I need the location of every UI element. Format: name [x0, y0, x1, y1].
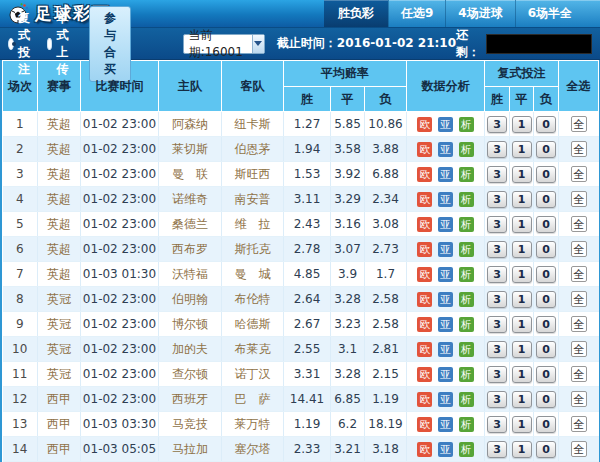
bet-draw-button[interactable]: 1 [512, 166, 532, 183]
tab-shengfucai[interactable]: 胜负彩 [324, 0, 388, 27]
bet-lose-button[interactable]: 0 [536, 391, 556, 408]
select-all-button[interactable]: 全 [571, 291, 587, 307]
bet-draw-button[interactable]: 1 [512, 341, 532, 358]
bet-draw-button[interactable]: 1 [512, 291, 532, 308]
asia-odds-icon[interactable]: 亚 [438, 417, 453, 432]
select-all-button[interactable]: 全 [571, 116, 587, 132]
bet-win-button[interactable]: 3 [487, 216, 507, 233]
bet-lose-button[interactable]: 0 [536, 366, 556, 383]
europe-odds-icon[interactable]: 欧 [417, 417, 432, 432]
select-all-button[interactable]: 全 [571, 191, 587, 207]
bet-draw-button[interactable]: 1 [512, 116, 532, 133]
multi-bet-radio[interactable]: 复式投注 [8, 10, 37, 78]
bet-lose-button[interactable]: 0 [536, 441, 556, 458]
chevron-down-icon[interactable] [252, 35, 264, 53]
bet-lose-button[interactable]: 0 [536, 416, 556, 433]
select-all-button[interactable]: 全 [571, 441, 587, 457]
bet-win-button[interactable]: 3 [487, 266, 507, 283]
bet-win-button[interactable]: 3 [487, 141, 507, 158]
bet-lose-button[interactable]: 0 [536, 241, 556, 258]
analysis-icon[interactable]: 析 [459, 367, 474, 382]
asia-odds-icon[interactable]: 亚 [438, 117, 453, 132]
select-all-button[interactable]: 全 [571, 141, 587, 157]
analysis-icon[interactable]: 析 [459, 142, 474, 157]
analysis-icon[interactable]: 析 [459, 267, 474, 282]
europe-odds-icon[interactable]: 欧 [417, 117, 432, 132]
select-all-button[interactable]: 全 [571, 216, 587, 232]
asia-odds-icon[interactable]: 亚 [438, 242, 453, 257]
bet-lose-button[interactable]: 0 [536, 216, 556, 233]
bet-draw-button[interactable]: 1 [512, 366, 532, 383]
select-all-button[interactable]: 全 [571, 341, 587, 357]
bet-draw-button[interactable]: 1 [512, 391, 532, 408]
europe-odds-icon[interactable]: 欧 [417, 392, 432, 407]
asia-odds-icon[interactable]: 亚 [438, 292, 453, 307]
bet-lose-button[interactable]: 0 [536, 116, 556, 133]
asia-odds-icon[interactable]: 亚 [438, 267, 453, 282]
tab-renxuan9[interactable]: 任选9 [388, 0, 445, 27]
bet-lose-button[interactable]: 0 [536, 291, 556, 308]
bet-lose-button[interactable]: 0 [536, 191, 556, 208]
analysis-icon[interactable]: 析 [459, 117, 474, 132]
bet-win-button[interactable]: 3 [487, 441, 507, 458]
bet-win-button[interactable]: 3 [487, 291, 507, 308]
select-all-button[interactable]: 全 [571, 316, 587, 332]
bet-win-button[interactable]: 3 [487, 316, 507, 333]
bet-win-button[interactable]: 3 [487, 241, 507, 258]
bet-win-button[interactable]: 3 [487, 166, 507, 183]
period-select[interactable]: 当前期:16001 [183, 34, 265, 54]
bet-lose-button[interactable]: 0 [536, 166, 556, 183]
join-group-buy-button[interactable]: 参与合买 [89, 6, 130, 82]
single-upload-radio[interactable]: 单式上传 [47, 10, 76, 78]
bet-win-button[interactable]: 3 [487, 391, 507, 408]
bet-lose-button[interactable]: 0 [536, 316, 556, 333]
asia-odds-icon[interactable]: 亚 [438, 392, 453, 407]
bet-draw-button[interactable]: 1 [512, 216, 532, 233]
europe-odds-icon[interactable]: 欧 [417, 442, 432, 457]
bet-win-button[interactable]: 3 [487, 341, 507, 358]
europe-odds-icon[interactable]: 欧 [417, 292, 432, 307]
asia-odds-icon[interactable]: 亚 [438, 317, 453, 332]
bet-draw-button[interactable]: 1 [512, 266, 532, 283]
europe-odds-icon[interactable]: 欧 [417, 242, 432, 257]
bet-win-button[interactable]: 3 [487, 366, 507, 383]
europe-odds-icon[interactable]: 欧 [417, 317, 432, 332]
bet-draw-button[interactable]: 1 [512, 441, 532, 458]
bet-win-button[interactable]: 3 [487, 116, 507, 133]
asia-odds-icon[interactable]: 亚 [438, 217, 453, 232]
analysis-icon[interactable]: 析 [459, 217, 474, 232]
asia-odds-icon[interactable]: 亚 [438, 142, 453, 157]
analysis-icon[interactable]: 析 [459, 242, 474, 257]
europe-odds-icon[interactable]: 欧 [417, 367, 432, 382]
bet-draw-button[interactable]: 1 [512, 141, 532, 158]
bet-lose-button[interactable]: 0 [536, 341, 556, 358]
select-all-button[interactable]: 全 [571, 241, 587, 257]
bet-lose-button[interactable]: 0 [536, 141, 556, 158]
select-all-button[interactable]: 全 [571, 366, 587, 382]
analysis-icon[interactable]: 析 [459, 342, 474, 357]
analysis-icon[interactable]: 析 [459, 192, 474, 207]
analysis-icon[interactable]: 析 [459, 417, 474, 432]
select-all-button[interactable]: 全 [571, 266, 587, 282]
tab-6changbanquan[interactable]: 6场半全 [515, 0, 584, 27]
select-all-button[interactable]: 全 [571, 391, 587, 407]
asia-odds-icon[interactable]: 亚 [438, 167, 453, 182]
bet-win-button[interactable]: 3 [487, 191, 507, 208]
analysis-icon[interactable]: 析 [459, 317, 474, 332]
analysis-icon[interactable]: 析 [459, 392, 474, 407]
bet-draw-button[interactable]: 1 [512, 191, 532, 208]
asia-odds-icon[interactable]: 亚 [438, 367, 453, 382]
asia-odds-icon[interactable]: 亚 [438, 192, 453, 207]
analysis-icon[interactable]: 析 [459, 442, 474, 457]
bet-draw-button[interactable]: 1 [512, 241, 532, 258]
bet-draw-button[interactable]: 1 [512, 416, 532, 433]
select-all-button[interactable]: 全 [571, 416, 587, 432]
bet-lose-button[interactable]: 0 [536, 266, 556, 283]
europe-odds-icon[interactable]: 欧 [417, 167, 432, 182]
europe-odds-icon[interactable]: 欧 [417, 192, 432, 207]
select-all-button[interactable]: 全 [571, 166, 587, 182]
analysis-icon[interactable]: 析 [459, 167, 474, 182]
asia-odds-icon[interactable]: 亚 [438, 442, 453, 457]
analysis-icon[interactable]: 析 [459, 292, 474, 307]
europe-odds-icon[interactable]: 欧 [417, 142, 432, 157]
